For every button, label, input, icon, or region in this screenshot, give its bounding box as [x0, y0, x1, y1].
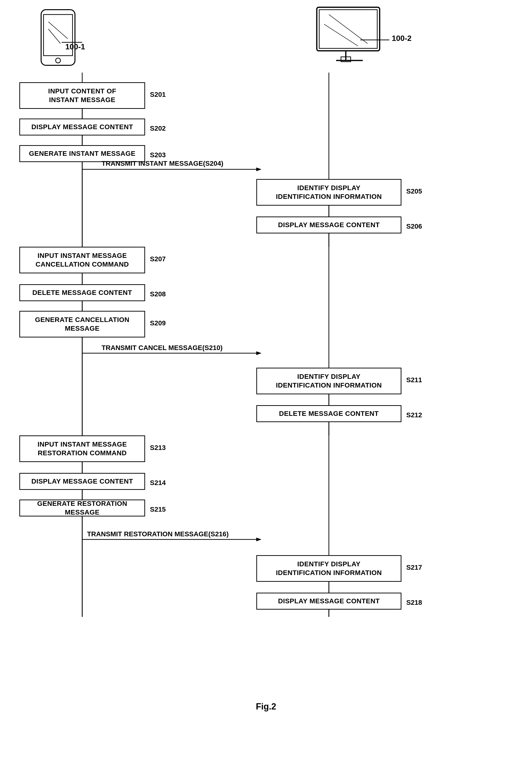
- box-s212: DELETE MESSAGE CONTENT: [256, 405, 401, 422]
- box-s218: DISPLAY MESSAGE CONTENT: [256, 593, 401, 610]
- arrow-label-s204: TRANSMIT INSTANT MESSAGE(S204): [101, 160, 224, 167]
- box-s206: DISPLAY MESSAGE CONTENT: [256, 216, 401, 233]
- label-s205: S205: [406, 188, 422, 195]
- label-s208: S208: [150, 290, 166, 298]
- box-s207: INPUT INSTANT MESSAGE CANCELLATION COMMA…: [19, 247, 145, 273]
- svg-line-7: [329, 15, 367, 43]
- svg-line-3: [48, 22, 68, 39]
- box-s215: GENERATE RESTORATION MESSAGE: [19, 499, 145, 516]
- svg-marker-26: [256, 351, 261, 355]
- label-s201: S201: [150, 91, 166, 99]
- diagram-container: 100-1 100-2: [0, 0, 532, 762]
- box-s209: GENERATE CANCELLATION MESSAGE: [19, 311, 145, 338]
- svg-marker-34: [256, 538, 261, 541]
- svg-line-4: [48, 29, 60, 43]
- label-s213: S213: [150, 444, 166, 452]
- box-s217: IDENTIFY DISPLAY IDENTIFICATION INFORMAT…: [256, 555, 401, 582]
- box-s202: DISPLAY MESSAGE CONTENT: [19, 118, 145, 135]
- figure-label: Fig.2: [218, 702, 314, 712]
- label-s207: S207: [150, 255, 166, 263]
- box-s214: DISPLAY MESSAGE CONTENT: [19, 473, 145, 490]
- label-s215: S215: [150, 505, 166, 513]
- label-s211: S211: [406, 376, 422, 384]
- phone-label: 100-1: [65, 42, 85, 51]
- arrow-label-s216: TRANSMIT RESTORATION MESSAGE(S216): [87, 530, 229, 538]
- label-s203: S203: [150, 151, 166, 159]
- svg-marker-18: [256, 168, 261, 171]
- monitor-device-icon: [314, 5, 387, 69]
- label-s218: S218: [406, 599, 422, 606]
- svg-rect-0: [41, 10, 75, 65]
- label-s214: S214: [150, 479, 166, 487]
- label-s209: S209: [150, 319, 166, 327]
- label-s202: S202: [150, 124, 166, 132]
- box-s211: IDENTIFY DISPLAY IDENTIFICATION INFORMAT…: [256, 368, 401, 394]
- phone-device-icon: [32, 7, 85, 74]
- box-s205: IDENTIFY DISPLAY IDENTIFICATION INFORMAT…: [256, 179, 401, 206]
- svg-point-2: [56, 58, 60, 63]
- label-s212: S212: [406, 411, 422, 419]
- box-s201: INPUT CONTENT OF INSTANT MESSAGE: [19, 82, 145, 109]
- monitor-label: 100-2: [392, 34, 412, 43]
- svg-line-8: [324, 24, 358, 46]
- label-s217: S217: [406, 564, 422, 572]
- box-s208: DELETE MESSAGE CONTENT: [19, 284, 145, 301]
- arrow-label-s210: TRANSMIT CANCEL MESSAGE(S210): [101, 344, 223, 352]
- label-s206: S206: [406, 223, 422, 230]
- box-s213: INPUT INSTANT MESSAGE RESTORATION COMMAN…: [19, 435, 145, 462]
